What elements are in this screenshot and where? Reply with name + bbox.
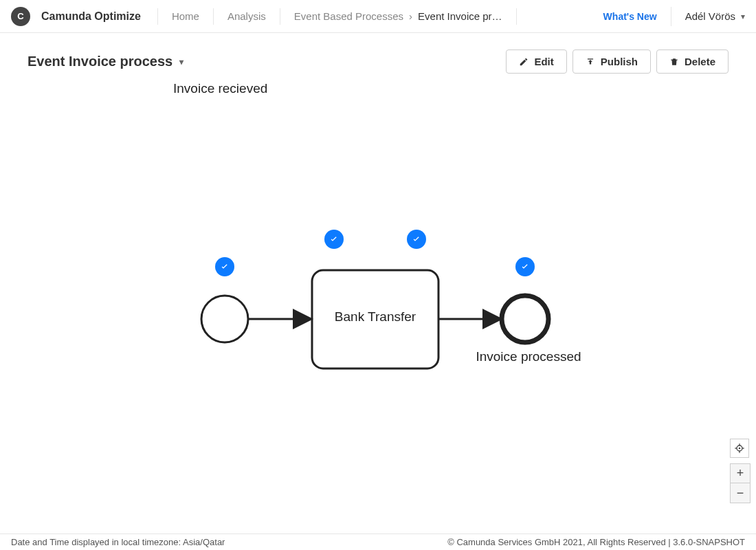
zoom-in-button[interactable]: + <box>731 464 750 483</box>
check-badge <box>515 257 535 276</box>
divider <box>516 8 517 25</box>
end-event-label: Invoice processed <box>470 349 587 364</box>
zoom-controls: + − <box>730 439 751 503</box>
start-event[interactable] <box>201 296 248 342</box>
upload-icon <box>586 57 595 67</box>
breadcrumb-current[interactable]: Event Invoice pr… <box>418 10 502 22</box>
crosshair-icon <box>734 443 745 454</box>
timezone-label: Date and Time displayed in local timezon… <box>11 537 225 547</box>
breadcrumb: Event Based Processes › Event Invoice pr… <box>280 10 516 22</box>
zoom-out-button[interactable]: − <box>731 483 750 503</box>
top-header: C Camunda Optimize Home Analysis Event B… <box>0 0 756 33</box>
bpmn-diagram <box>0 81 756 535</box>
zoom-pair: + − <box>730 463 751 503</box>
whats-new-link[interactable]: What's New <box>603 11 657 22</box>
process-title-dropdown[interactable]: Event Invoice process ▾ <box>27 54 184 69</box>
chevron-down-icon: ▾ <box>741 12 745 21</box>
publish-button[interactable]: Publish <box>572 50 651 74</box>
delete-button-label: Delete <box>685 56 715 67</box>
nav-analysis[interactable]: Analysis <box>214 10 280 22</box>
app-name: Camunda Optimize <box>41 10 141 23</box>
user-menu[interactable]: Adél Vörös ▾ <box>671 7 745 26</box>
user-name: Adél Vörös <box>685 10 735 22</box>
edit-button-label: Edit <box>534 56 553 67</box>
footer: Date and Time displayed in local timezon… <box>0 534 756 550</box>
start-event-label: Invoice recieved <box>173 81 267 96</box>
pencil-icon <box>519 57 529 67</box>
breadcrumb-parent[interactable]: Event Based Processes <box>294 10 403 22</box>
app-logo: C <box>11 7 30 26</box>
publish-button-label: Publish <box>601 56 638 67</box>
copyright-label: © Camunda Services GmbH 2021, All Rights… <box>447 537 745 547</box>
header-right: What's New Adél Vörös ▾ <box>603 7 745 26</box>
process-title-label: Event Invoice process <box>27 54 173 69</box>
edit-button[interactable]: Edit <box>506 50 566 74</box>
check-badge <box>324 230 344 249</box>
diagram-canvas[interactable]: Bank Transfer Invoice recieved Invoice p… <box>0 81 756 534</box>
task-label: Bank Transfer <box>312 309 438 324</box>
check-badge <box>407 230 426 249</box>
nav-home[interactable]: Home <box>158 10 213 22</box>
locate-button[interactable] <box>730 439 749 458</box>
breadcrumb-separator: › <box>403 10 418 22</box>
delete-button[interactable]: Delete <box>656 50 729 74</box>
svg-point-1 <box>739 448 741 450</box>
action-buttons: Edit Publish Delete <box>506 50 729 74</box>
end-event[interactable] <box>502 296 548 342</box>
chevron-down-icon: ▾ <box>179 57 184 67</box>
trash-icon <box>669 57 679 67</box>
check-badge <box>215 257 234 276</box>
